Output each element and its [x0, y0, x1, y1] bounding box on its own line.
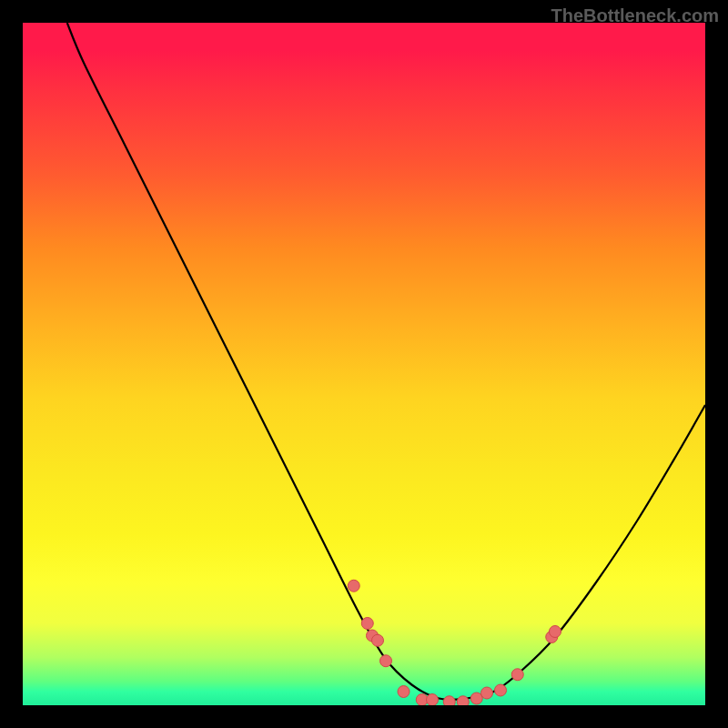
- data-dot: [550, 626, 561, 638]
- data-dot: [348, 580, 359, 592]
- chart-plot-area: [23, 23, 705, 705]
- data-dot: [443, 696, 455, 705]
- data-dot: [457, 696, 469, 705]
- data-dots: [348, 580, 561, 705]
- watermark-text: TheBottleneck.com: [551, 5, 719, 26]
- data-dot: [511, 669, 523, 681]
- bottleneck-curve: [67, 23, 705, 700]
- data-dot: [495, 684, 507, 696]
- chart-svg: [23, 23, 705, 705]
- data-dot: [361, 618, 373, 630]
- data-dot: [380, 655, 392, 667]
- data-dot: [481, 687, 493, 699]
- data-dot: [372, 634, 384, 646]
- data-dot: [398, 686, 410, 698]
- data-dot: [427, 694, 439, 706]
